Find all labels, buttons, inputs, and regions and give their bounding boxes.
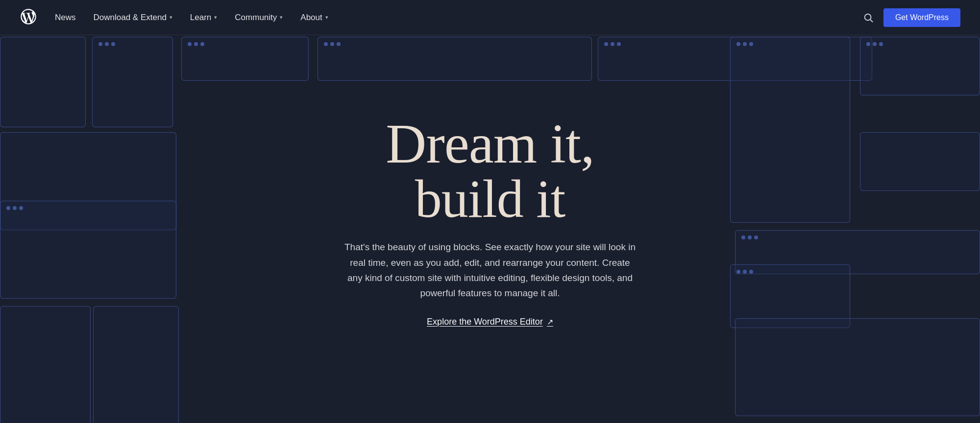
- community-chevron-icon: ▾: [280, 14, 283, 21]
- nav-news[interactable]: News: [55, 13, 76, 23]
- svg-point-0: [865, 14, 871, 20]
- block-card: [730, 37, 850, 223]
- learn-chevron-icon: ▾: [214, 14, 217, 21]
- block-card: [860, 132, 980, 191]
- main-nav: News Download & Extend ▾ Learn ▾ Communi…: [0, 0, 980, 35]
- hero-title: Dream it, build it: [343, 116, 637, 226]
- block-card: [92, 37, 173, 127]
- svg-line-1: [870, 20, 873, 22]
- nav-download[interactable]: Download & Extend ▾: [94, 13, 172, 23]
- explore-editor-link[interactable]: Explore the WordPress Editor ↗: [427, 317, 553, 327]
- search-icon: [863, 12, 874, 23]
- wp-logo-icon: [20, 8, 37, 25]
- block-card: [181, 37, 309, 81]
- block-card: [0, 132, 176, 230]
- nav-right: Get WordPress: [863, 8, 960, 27]
- about-chevron-icon: ▾: [325, 14, 328, 21]
- get-wordpress-button[interactable]: Get WordPress: [883, 8, 960, 27]
- block-card: [598, 37, 872, 81]
- search-button[interactable]: [863, 12, 874, 23]
- hero-description: That's the beauty of using blocks. See e…: [343, 239, 637, 301]
- block-card: [318, 37, 592, 81]
- block-card: [730, 264, 850, 328]
- block-card: [735, 318, 980, 416]
- block-card: [860, 37, 980, 95]
- block-card: [0, 37, 86, 127]
- hero-section: Dream it, build it That's the beauty of …: [0, 0, 980, 423]
- external-link-icon: ↗: [547, 317, 553, 327]
- block-card: [93, 306, 179, 423]
- hero-content: Dream it, build it That's the beauty of …: [343, 96, 637, 327]
- wp-logo-link[interactable]: [20, 8, 37, 27]
- nav-community[interactable]: Community ▾: [235, 13, 283, 23]
- block-card: [0, 306, 91, 423]
- nav-learn[interactable]: Learn ▾: [190, 13, 217, 23]
- download-chevron-icon: ▾: [170, 14, 172, 21]
- block-card: [735, 230, 980, 274]
- nav-left: News Download & Extend ▾ Learn ▾ Communi…: [20, 8, 328, 27]
- nav-about[interactable]: About ▾: [300, 13, 328, 23]
- block-card: [0, 201, 176, 299]
